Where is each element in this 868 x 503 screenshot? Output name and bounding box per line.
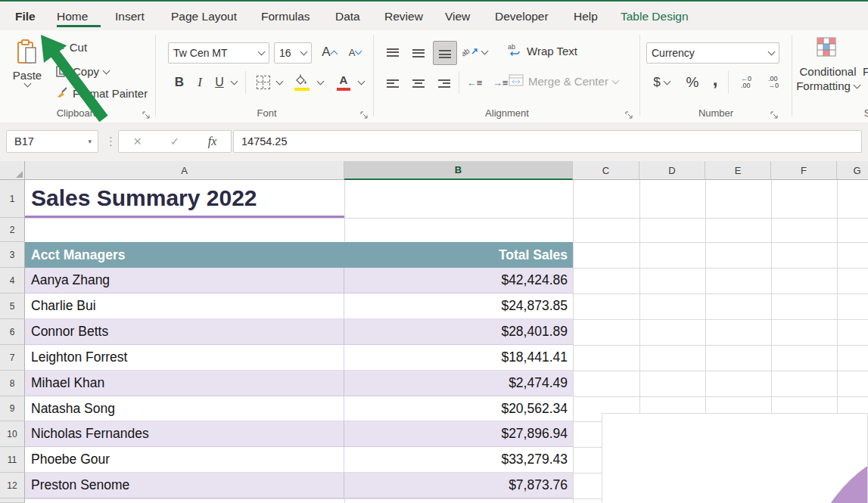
number-dialog-launcher-icon[interactable] [770,109,779,117]
alignment-dialog-launcher-icon[interactable] [625,109,633,117]
align-bottom-button[interactable] [433,41,457,65]
cell-manager-name[interactable]: Phoebe Gour [25,447,344,472]
column-header-C[interactable]: C [573,161,639,180]
paste-button[interactable]: Paste [8,39,47,103]
wrap-text-button[interactable]: ab Wrap Text [507,42,577,60]
cell-total-sales[interactable]: $20,562.34 [344,396,573,421]
align-center-button[interactable] [407,71,430,94]
bold-button[interactable]: B [170,71,189,94]
format-painter-button[interactable]: Format Painter [56,86,148,101]
clipboard-dialog-launcher-icon[interactable] [142,109,151,117]
row-header-10[interactable]: 10 [0,421,25,447]
cell-manager-name[interactable]: Mihael Khan [25,371,344,396]
tab-page-layout[interactable]: Page Layout [171,8,237,26]
select-all-corner[interactable] [0,161,25,180]
table-row[interactable]: Nicholas Fernandes$27,896.94 [25,421,573,447]
cell-manager-name[interactable]: Preston Senome [25,473,344,498]
enter-icon[interactable]: ✓ [170,135,180,148]
column-header-E[interactable]: E [705,161,771,180]
orientation-dropdown-icon[interactable] [481,48,488,55]
cell-total-sales[interactable]: $28,401.89 [344,319,573,344]
borders-button[interactable] [253,71,274,94]
row-header-2[interactable]: 2 [0,218,25,242]
percent-style-button[interactable]: % [681,71,704,94]
cell-manager-name[interactable]: Charlie Bui [25,293,344,318]
copy-button[interactable]: Copy [56,64,109,79]
number-format-combo[interactable]: Currency [646,42,779,64]
row-header-8[interactable]: 8 [0,371,25,396]
table-row[interactable]: Natasha Song$20,562.34 [25,396,573,421]
font-color-dropdown[interactable] [356,71,366,94]
cell-total-sales[interactable]: $2,474.49 [344,371,573,396]
conditional-formatting-button[interactable]: Conditional Formatting [793,65,863,92]
tab-help[interactable]: Help [574,8,598,26]
cell-manager-name[interactable]: Aanya Zhang [25,268,344,293]
cell-manager-name[interactable]: Leighton Forrest [25,345,344,370]
tab-review[interactable]: Review [384,8,423,26]
cell-total-sales[interactable]: $24,873.85 [344,293,573,318]
borders-dropdown[interactable] [274,71,285,94]
font-dialog-launcher-icon[interactable] [360,109,369,117]
cell-total-sales[interactable]: $18,441.41 [344,345,573,370]
decrease-decimal-button[interactable]: ←0.00 [734,71,758,94]
align-middle-button[interactable] [407,41,430,64]
cell-total-sales[interactable]: $7,873.76 [344,473,573,498]
font-color-button[interactable]: A [333,71,354,94]
font-size-dropdown-icon[interactable] [300,48,308,56]
accounting-format-button[interactable]: $ [648,71,675,94]
accounting-dropdown-icon[interactable] [663,78,670,85]
pie-chart-area[interactable]: 11%4%4%3%12%0% [602,413,868,503]
merge-center-button[interactable]: Merge & Center [509,74,618,88]
row-header-3[interactable]: 3 [0,242,25,268]
column-header-F[interactable]: F [771,161,837,180]
shrink-font-button[interactable]: A [344,41,366,64]
cell-manager-name[interactable]: Natasha Song [25,396,344,421]
italic-button[interactable]: I [191,71,209,94]
column-header-D[interactable]: D [639,161,705,180]
tab-insert[interactable]: Insert [115,8,145,26]
table-row[interactable]: Preston Senome$7,873.76 [25,473,573,498]
row-header-7[interactable]: 7 [0,345,25,371]
cell-total-sales[interactable]: $27,896.94 [344,421,573,446]
font-name-dropdown-icon[interactable] [258,48,266,56]
table-row[interactable]: Phoebe Gour$33,279.43 [25,447,573,473]
underline-dropdown[interactable] [229,71,239,94]
title-cell-a1[interactable]: Sales Summary 2022 [25,180,344,218]
comma-style-button[interactable]: , [707,71,723,94]
cut-button[interactable]: ✂ Cut [56,41,87,54]
align-right-button[interactable] [433,71,456,94]
cell-manager-name[interactable]: Nicholas Fernandes [25,421,344,446]
font-size-combo[interactable]: 16 [274,42,312,64]
cell-manager-name[interactable]: Connor Betts [25,319,344,344]
align-top-button[interactable] [381,41,404,64]
tab-formulas[interactable]: Formulas [261,8,310,26]
pie-slice-11%[interactable] [813,462,868,503]
row-header-4[interactable]: 4 [0,268,25,293]
column-header-A[interactable]: A [25,161,344,180]
tab-developer[interactable]: Developer [495,8,549,26]
font-name-combo[interactable]: Tw Cen MT [168,42,269,64]
name-box-dropdown-icon[interactable]: ▾ [88,138,92,145]
align-left-button[interactable] [381,71,404,94]
fill-color-button[interactable] [292,71,313,94]
fill-color-dropdown[interactable] [315,71,325,94]
name-box[interactable]: B17 ▾ [6,130,98,153]
cell-total-sales[interactable]: $33,279.43 [344,447,573,472]
row-header-1[interactable]: 1 [0,180,25,218]
column-header-B[interactable]: B [344,161,573,180]
insert-function-icon[interactable]: fx [208,135,217,148]
table-row[interactable]: Mihael Khan$2,474.49 [25,371,573,396]
formula-bar-resize-handle[interactable]: ⋮ [105,135,117,148]
copy-dropdown-icon[interactable] [103,67,110,74]
formula-input[interactable]: 14754.25 [233,130,862,153]
row-header-9[interactable]: 9 [0,396,25,421]
row-header-5[interactable]: 5 [0,293,25,319]
cell-total-sales[interactable]: $42,424.86 [344,268,573,293]
table-row[interactable]: Leighton Forrest$18,441.41 [25,345,573,371]
number-format-dropdown-icon[interactable] [768,48,776,56]
format-as-table-button-clipped[interactable]: F [863,65,868,78]
tab-home[interactable]: Home [57,8,88,26]
table-row[interactable]: Connor Betts$28,401.89 [25,319,573,345]
table-header-row[interactable]: Acct Managers Total Sales [25,242,573,268]
tab-data[interactable]: Data [335,8,360,26]
